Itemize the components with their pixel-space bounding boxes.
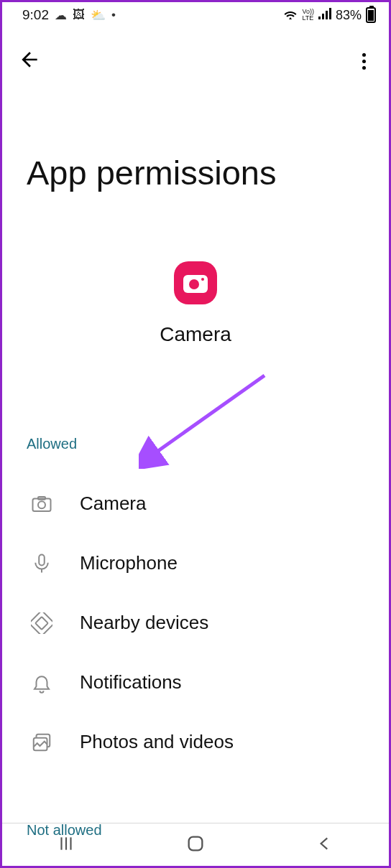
permission-label: Notifications <box>80 671 182 694</box>
svg-rect-0 <box>318 17 321 19</box>
permission-notifications[interactable]: Notifications <box>2 653 389 712</box>
camera-app-icon <box>174 261 217 304</box>
app-name: Camera <box>160 323 231 346</box>
allowed-header: Allowed <box>2 436 389 452</box>
svg-rect-21 <box>189 836 203 850</box>
dot-icon: • <box>111 8 116 22</box>
status-left: 9:02 ☁ 🖼 ⛅ • <box>22 7 116 23</box>
status-right: Vo))LTE 83% <box>283 7 376 23</box>
permission-label: Nearby devices <box>80 612 208 634</box>
battery-pct: 83% <box>336 8 362 23</box>
signal-icon <box>318 8 331 23</box>
nav-back-button[interactable] <box>316 834 334 856</box>
wifi-icon <box>283 8 298 23</box>
permission-camera[interactable]: Camera <box>2 474 389 533</box>
permission-nearby-devices[interactable]: Nearby devices <box>2 593 389 653</box>
svg-point-6 <box>201 278 204 281</box>
status-bar: 9:02 ☁ 🖼 ⛅ • Vo))LTE 83% <box>2 2 389 28</box>
page-title: App permissions <box>2 74 389 192</box>
app-bar <box>2 28 389 74</box>
volte-icon: Vo))LTE <box>302 9 314 22</box>
permission-photos-videos[interactable]: Photos and videos <box>2 712 389 772</box>
svg-rect-1 <box>322 14 324 19</box>
svg-rect-13 <box>35 617 48 630</box>
permission-label: Camera <box>80 493 146 515</box>
svg-point-5 <box>189 279 199 289</box>
nearby-icon <box>31 612 52 634</box>
permission-label: Microphone <box>80 552 178 574</box>
svg-rect-3 <box>329 8 331 19</box>
permission-label: Photos and videos <box>80 731 234 753</box>
svg-point-8 <box>38 501 45 508</box>
svg-rect-2 <box>326 11 328 19</box>
microphone-icon <box>31 553 52 574</box>
battery-icon <box>366 7 376 23</box>
status-time: 9:02 <box>22 7 49 23</box>
svg-rect-12 <box>31 612 52 634</box>
camera-icon <box>31 493 52 515</box>
back-button[interactable] <box>18 48 41 74</box>
nav-bar <box>2 823 389 866</box>
annotation-arrow <box>139 368 275 469</box>
image-icon: 🖼 <box>73 8 85 22</box>
svg-rect-7 <box>33 498 51 511</box>
app-identity: Camera <box>2 261 389 346</box>
photos-icon <box>31 732 52 753</box>
cloud-icon: ☁ <box>55 8 67 23</box>
svg-rect-10 <box>39 554 45 565</box>
permission-microphone[interactable]: Microphone <box>2 533 389 593</box>
home-button[interactable] <box>185 834 206 857</box>
more-options-button[interactable] <box>355 49 373 74</box>
weather-icon: ⛅ <box>91 8 106 23</box>
bell-icon <box>31 672 52 694</box>
allowed-list: Camera Microphone Nearby devices Notific… <box>2 474 389 772</box>
recents-button[interactable] <box>57 834 75 856</box>
